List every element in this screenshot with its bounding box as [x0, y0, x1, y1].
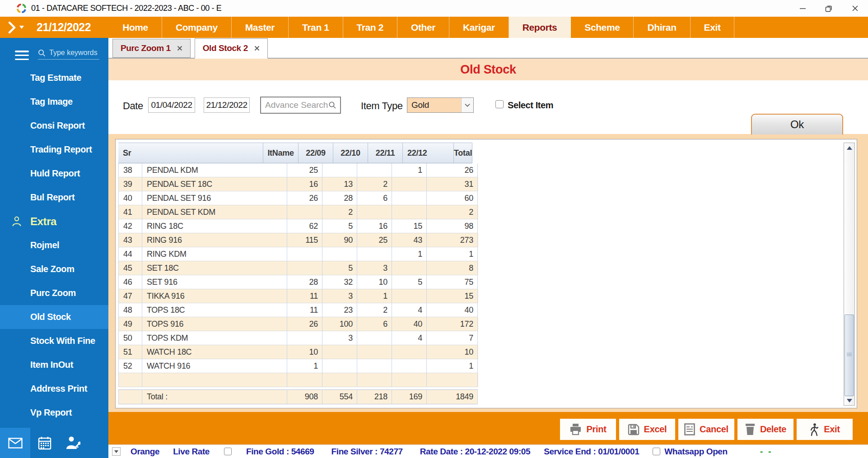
sidebar-item[interactable]: Consi Report: [0, 114, 108, 138]
sidebar-item[interactable]: Extra: [0, 209, 108, 233]
ok-button[interactable]: Ok: [751, 114, 843, 134]
vertical-scrollbar[interactable]: [844, 143, 855, 406]
scroll-up-button[interactable]: [844, 143, 854, 153]
menu-item[interactable]: Karigar: [449, 17, 509, 38]
restore-button[interactable]: [816, 0, 842, 17]
cell-m1: 25: [287, 163, 322, 177]
sidebar-item[interactable]: Rojmel: [0, 233, 108, 257]
exit-button[interactable]: Exit: [797, 419, 853, 440]
grid-frame: SrItName22/0922/1022/1122/12Total 38 PEN…: [115, 139, 857, 408]
cell-sr: 50: [118, 331, 142, 345]
hamburger-icon[interactable]: [15, 51, 29, 60]
close-button[interactable]: [842, 0, 868, 17]
date-to-input[interactable]: [204, 97, 250, 113]
menu-item[interactable]: Scheme: [571, 17, 634, 38]
close-icon[interactable]: [177, 46, 182, 51]
sidebar-item[interactable]: Tag Estmate: [0, 66, 108, 90]
column-header[interactable]: 22/09: [299, 143, 333, 163]
search-input[interactable]: [49, 49, 98, 57]
table-row[interactable]: [118, 373, 478, 387]
table-row[interactable]: 41 PENDAL SET KDM 2 2: [118, 205, 478, 219]
column-header[interactable]: 22/11: [368, 143, 403, 163]
menu-item[interactable]: Dhiran: [634, 17, 690, 38]
column-header[interactable]: 22/10: [333, 143, 368, 163]
cell-m1: 11: [287, 289, 322, 303]
sidebar-item[interactable]: Trading Report: [0, 138, 108, 162]
calendar-button[interactable]: [38, 436, 51, 450]
mail-button[interactable]: [0, 428, 30, 458]
table-row[interactable]: 43 RING 916 115 90 25 43 273: [118, 233, 478, 247]
sidebar-item[interactable]: Tag Image: [0, 90, 108, 114]
sidebar-item[interactable]: Stock With Fine: [0, 329, 108, 353]
close-icon[interactable]: [254, 46, 260, 51]
column-header[interactable]: ItName: [263, 143, 299, 163]
nav-toggle-button[interactable]: [7, 17, 24, 38]
column-header[interactable]: Sr: [118, 143, 263, 163]
cell-m3: [357, 373, 392, 387]
scroll-down-button[interactable]: [844, 396, 854, 405]
select-item-checkbox[interactable]: [495, 100, 504, 108]
cell-itname: RING 18C: [142, 219, 287, 233]
menu-item[interactable]: Tran 2: [343, 17, 397, 38]
cell-m4: 1: [392, 247, 427, 261]
page-title: Old Stock: [460, 63, 516, 77]
cell-m2: 23: [322, 303, 357, 317]
restore-icon: [825, 5, 832, 12]
table-row[interactable]: 38 PENDAL KDM 25 1 26: [118, 163, 478, 177]
menu-item[interactable]: Master: [232, 17, 289, 38]
table-row[interactable]: 47 TIKKA 916 11 3 1 15: [118, 289, 478, 303]
sidebar-item[interactable]: Sale Zoom: [0, 257, 108, 281]
tab-purc-zoom[interactable]: Purc Zoom 1: [112, 39, 191, 58]
user-key-button[interactable]: [65, 436, 80, 450]
cancel-button[interactable]: Cancel: [678, 419, 734, 440]
sidebar-item[interactable]: Vp Report: [0, 401, 108, 425]
scrollbar-thumb[interactable]: [845, 315, 854, 396]
sidebar-item[interactable]: Bul Report: [0, 185, 108, 209]
menu-item[interactable]: Other: [397, 17, 449, 38]
item-type-select[interactable]: Gold: [407, 97, 474, 113]
table-row[interactable]: 45 SET 18C 5 3 8: [118, 261, 478, 275]
menu-item[interactable]: Reports: [509, 17, 571, 38]
table-row[interactable]: 49 TOPS 916 26 100 6 40 172: [118, 317, 478, 331]
cell-itname: PENDAL SET 18C: [142, 177, 287, 191]
sidebar-item[interactable]: Old Stock: [0, 305, 108, 329]
menu-item[interactable]: Exit: [691, 17, 735, 38]
table-row[interactable]: 42 RING 18C 62 5 16 15 98: [118, 219, 478, 233]
cell-itname: TOPS 916: [142, 317, 287, 331]
table-row[interactable]: 46 SET 916 28 32 10 5 75: [118, 275, 478, 289]
cell-m4: 1: [392, 163, 427, 177]
table-row[interactable]: 40 PENDAL SET 916 26 28 6 60: [118, 191, 478, 205]
cell-sr: 46: [118, 275, 142, 289]
excel-button[interactable]: Excel: [619, 419, 675, 440]
advance-search-input[interactable]: [261, 100, 328, 110]
menu-item[interactable]: Home: [109, 17, 162, 38]
whatsapp-checkbox[interactable]: [653, 448, 660, 455]
minimize-button[interactable]: [789, 0, 816, 17]
sidebar-item[interactable]: Item InOut: [0, 353, 108, 377]
delete-button[interactable]: Delete: [737, 419, 793, 440]
table-row[interactable]: 52 WATCH 916 1 1: [118, 359, 478, 373]
live-rate-checkbox[interactable]: [224, 448, 232, 455]
cell-itname: SET 916: [142, 275, 287, 289]
date-from-input[interactable]: [148, 97, 195, 113]
column-header[interactable]: 22/12: [403, 143, 454, 163]
print-button[interactable]: Print: [560, 419, 616, 440]
table-row[interactable]: 51 WATCH 18C 10 10: [118, 345, 478, 359]
menu-item[interactable]: Company: [162, 17, 232, 38]
menu-item[interactable]: Tran 1: [289, 17, 343, 38]
table-row[interactable]: 48 TOPS 18C 11 23 2 4 40: [118, 303, 478, 317]
rate-dropdown-button[interactable]: [112, 447, 121, 456]
sidebar-item[interactable]: Purc Zoom: [0, 281, 108, 305]
table-row[interactable]: 39 PENDAL SET 18C 16 13 2 31: [118, 177, 478, 191]
tab-old-stock[interactable]: Old Stock 2: [195, 38, 268, 59]
sidebar-item[interactable]: Address Print: [0, 377, 108, 401]
chevron-down-icon[interactable]: [461, 98, 473, 112]
table-row[interactable]: 50 TOPS KDM 3 4 7: [118, 331, 478, 345]
table-row[interactable]: 44 RING KDM 1 1: [118, 247, 478, 261]
column-header[interactable]: Total: [454, 143, 472, 163]
menu-date[interactable]: 21/12/2022: [37, 17, 91, 38]
sidebar-nav: Tag Estmate Tag Image Consi Report Tra: [0, 66, 108, 425]
sidebar-item[interactable]: Huld Report: [0, 162, 108, 185]
cell-sr: 51: [118, 345, 142, 359]
sidebar-search[interactable]: [38, 49, 99, 60]
